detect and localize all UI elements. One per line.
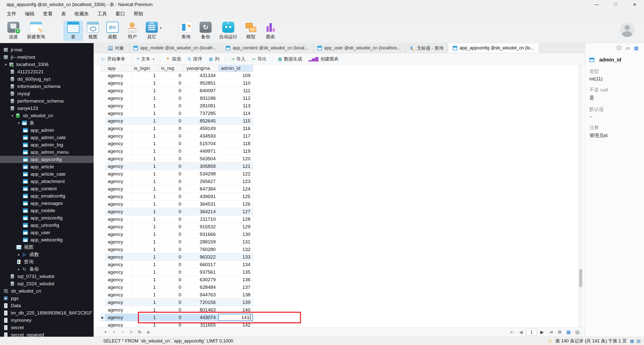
sidebar-item-备份[interactable]: ▸备份 (0, 265, 94, 273)
cell-admin_id[interactable]: 137 (218, 284, 253, 291)
cell-admin_id[interactable]: 127 (218, 208, 253, 215)
sort-button[interactable]: ⇅排序 (184, 54, 205, 64)
cell-is_login[interactable]: 1 (131, 208, 159, 215)
cell-is_reg[interactable]: 0 (159, 170, 184, 178)
cell-app[interactable]: agency (105, 147, 131, 155)
cell-yaoqingma[interactable]: 364214 (184, 208, 218, 215)
table-row[interactable]: agency10937561135 (100, 268, 253, 276)
table-row[interactable]: agency10364214127 (100, 208, 253, 215)
cell-is_login[interactable]: 1 (131, 110, 159, 117)
cell-is_reg[interactable]: 0 (159, 246, 184, 253)
vertical-scrollbar[interactable] (578, 65, 583, 327)
chevron-right-icon[interactable]: ▸ (16, 267, 22, 271)
cell-yaoqingma[interactable]: 431334 (184, 72, 218, 79)
user-avatar[interactable] (620, 22, 634, 37)
toolbar-query-button[interactable]: 查询 (176, 20, 196, 41)
sidebar-item-mymoney[interactable]: mymoney (0, 317, 94, 324)
cell-yaoqingma[interactable]: 534298 (184, 170, 218, 178)
cell-yaoqingma[interactable]: 852645 (184, 117, 218, 125)
table-row[interactable]: agency10831186112 (100, 95, 253, 102)
cell-is_login[interactable]: 1 (131, 299, 159, 306)
cell-yaoqingma[interactable]: 737285 (184, 110, 218, 117)
sidebar-item-sql_2324_wiiudot[interactable]: sql_2324_wiiudot (0, 280, 94, 287)
scrollbar-thumb[interactable] (579, 269, 582, 287)
cell-is_login[interactable]: 1 (131, 155, 159, 163)
cell-yaoqingma[interactable]: 840097 (184, 87, 218, 95)
first-record-icon[interactable]: ⇤ (509, 329, 516, 335)
cell-admin_id[interactable]: 110 (218, 79, 253, 87)
sidebar-item-视图[interactable]: 视图 (0, 243, 94, 251)
tab-3[interactable]: app_user @sb_wiiudot_cn (localhos... (313, 43, 405, 53)
cell-is_login[interactable]: 1 (131, 132, 159, 140)
cell-admin_id[interactable]: 130 (218, 231, 253, 238)
cell-is_login[interactable]: 1 (131, 140, 159, 147)
cell-is_reg[interactable]: 0 (159, 132, 184, 140)
toolbar-user-button[interactable]: 用户 (122, 20, 142, 41)
chevron-down-icon[interactable]: ▾ (10, 114, 15, 118)
cell-app[interactable]: agency (105, 321, 131, 327)
cell-is_reg[interactable]: 0 (159, 238, 184, 246)
cell-admin_id[interactable]: 113 (218, 102, 253, 110)
table-row[interactable]: agency10630279136 (100, 276, 253, 284)
cell-admin_id[interactable]: 136 (218, 276, 253, 284)
form-view-icon[interactable]: ▤ (574, 329, 581, 335)
cell-app[interactable]: agency (105, 246, 131, 253)
cell-is_reg[interactable]: 0 (159, 110, 184, 117)
warning-icon[interactable]: ⚠ (548, 338, 552, 344)
cell-admin_id[interactable]: 115 (218, 117, 253, 125)
sidebar-item-4112123121[interactable]: 4112123121 (0, 68, 94, 75)
table-row[interactable]: agency10449971119 (100, 147, 253, 155)
chevron-right-icon[interactable]: ▸ (16, 253, 22, 257)
cell-app[interactable]: agency (105, 193, 131, 200)
cell-yaoqingma[interactable]: 628484 (184, 284, 218, 291)
add-record-icon[interactable]: + (101, 330, 110, 335)
cell-yaoqingma[interactable]: 847384 (184, 185, 218, 193)
cell-is_reg[interactable]: 0 (159, 261, 184, 268)
cell-is_reg[interactable]: 0 (159, 163, 184, 170)
cell-admin_id[interactable]: 135 (218, 268, 253, 276)
export-button[interactable]: ↦导出 (249, 54, 270, 64)
cell-yaoqingma[interactable]: 937561 (184, 268, 218, 276)
table-row[interactable]: agency10459149116 (100, 125, 253, 132)
cell-app[interactable]: agency (105, 261, 131, 268)
cell-is_login[interactable]: 1 (131, 215, 159, 223)
cell-yaoqingma[interactable]: 630279 (184, 276, 218, 284)
column-header-admin_id[interactable]: admin_id (218, 65, 253, 72)
column-header-is_reg[interactable]: is_reg (159, 65, 184, 72)
apply-changes-icon[interactable]: ✓ (118, 329, 127, 335)
chevron-down-icon[interactable]: ▾ (3, 62, 9, 67)
table-row[interactable]: agency10434593117 (100, 132, 253, 140)
toolbar-automation-button[interactable]: 自动运行 (215, 20, 241, 41)
sidebar-item-app_admin_menu[interactable]: app_admin_menu (0, 148, 94, 156)
cell-is_login[interactable]: 1 (131, 72, 159, 79)
discard-changes-icon[interactable]: ✕ (127, 329, 135, 335)
cell-app[interactable]: agency (105, 276, 131, 284)
table-row[interactable]: agency10211710128 (100, 215, 253, 223)
cell-app[interactable]: agency (105, 102, 131, 110)
cell-is_login[interactable]: 1 (131, 193, 159, 200)
cell-admin_id[interactable]: 109 (218, 72, 253, 79)
cell-admin_id[interactable]: 124 (218, 185, 253, 193)
cell-yaoqingma[interactable]: 265627 (184, 178, 218, 185)
cell-yaoqingma[interactable]: 288159 (184, 238, 218, 246)
table-row[interactable]: agency10720156139 (100, 299, 253, 306)
cell-admin_id[interactable]: 117 (218, 132, 253, 140)
sidebar-item-app_article[interactable]: app_article (0, 163, 94, 170)
cell-is_login[interactable]: 1 (131, 238, 159, 246)
cell-is_reg[interactable]: 0 (159, 231, 184, 238)
sidebar-item-secret[interactable]: secret (0, 324, 94, 331)
cell-is_login[interactable]: 1 (131, 102, 159, 110)
sidebar-item-app_article_cate[interactable]: app_article_cate (0, 170, 94, 178)
sidebar-item-app_user[interactable]: app_user (0, 229, 94, 236)
sidebar-item-im_db_225_18969939616_8AF2C81F[interactable]: im_db_225_18969939616_8AF2C81F (0, 309, 94, 317)
filter-button[interactable]: ▼筛选 (163, 54, 184, 64)
column-header-yaoqingma[interactable]: yaoqingma (184, 65, 218, 72)
sidebar-item-app_urlconfig[interactable]: app_urlconfig (0, 222, 94, 229)
cell-is_reg[interactable]: 0 (159, 95, 184, 102)
cell-admin_id[interactable]: 128 (218, 215, 253, 223)
cell-is_reg[interactable]: 0 (159, 79, 184, 87)
cell-admin_id[interactable]: 133 (218, 253, 253, 261)
menu-item-7[interactable]: 帮助 (129, 9, 147, 19)
cell-admin_id[interactable]: 129 (218, 223, 253, 231)
sidebar-item-information_schema[interactable]: information_schema (0, 83, 94, 90)
